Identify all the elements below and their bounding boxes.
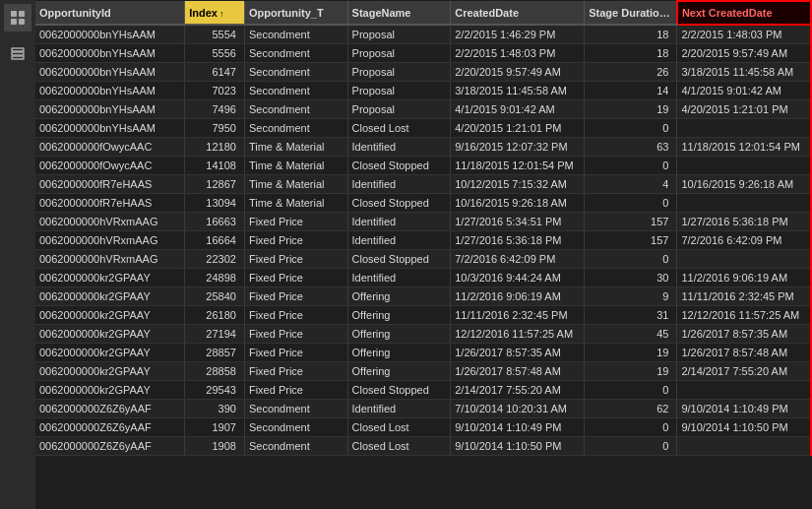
- cell-opp_id: 0062000000bnYHsAAM: [35, 63, 185, 82]
- table-row[interactable]: 0062000000bnYHsAAM7496SecondmentProposal…: [35, 100, 811, 119]
- cell-stage: Offering: [347, 344, 451, 362]
- cell-created: 2/2/2015 1:46:29 PM: [451, 25, 585, 44]
- cell-opp_type: Fixed Price: [244, 381, 347, 400]
- svg-rect-6: [12, 56, 24, 59]
- cell-opp_type: Time & Material: [244, 175, 347, 194]
- table-row[interactable]: 0062000000hVRxmAAG16663Fixed PriceIdenti…: [35, 213, 811, 231]
- table-row[interactable]: 0062000000bnYHsAAM7950SecondmentClosed L…: [35, 119, 811, 138]
- cell-next_created: 9/10/2014 1:10:49 PM: [677, 400, 811, 418]
- cell-stage: Closed Stopped: [347, 157, 451, 175]
- cell-duration: 157: [585, 231, 677, 250]
- cell-created: 3/18/2015 11:45:58 AM: [451, 82, 585, 100]
- cell-duration: 30: [585, 269, 677, 287]
- cell-index: 390: [185, 400, 245, 418]
- cell-next_created: 4/20/2015 1:21:01 PM: [677, 100, 811, 119]
- cell-next_created: 9/10/2014 1:10:50 PM: [677, 418, 811, 437]
- column-header-created[interactable]: CreatedDate: [451, 1, 585, 25]
- cell-index: 26180: [185, 306, 245, 325]
- data-table-wrapper[interactable]: OpportunityIdIndex↑Opportunity_TStageNam…: [35, 0, 812, 509]
- table-row[interactable]: 0062000000hVRxmAAG16664Fixed PriceIdenti…: [35, 231, 811, 250]
- table-row[interactable]: 0062000000kr2GPAAY24898Fixed PriceIdenti…: [35, 269, 811, 287]
- cell-duration: 14: [585, 82, 677, 100]
- cell-opp_id: 0062000000kr2GPAAY: [35, 269, 185, 287]
- cell-created: 11/11/2016 2:32:45 PM: [451, 306, 585, 325]
- table-row[interactable]: 0062000000fOwycAAC12180Time & MaterialId…: [35, 138, 811, 157]
- table-row[interactable]: 0062000000bnYHsAAM5554SecondmentProposal…: [35, 25, 811, 44]
- table-row[interactable]: 0062000000kr2GPAAY28857Fixed PriceOfferi…: [35, 344, 811, 362]
- svg-rect-2: [11, 19, 17, 25]
- cell-opp_id: 0062000000fOwycAAC: [35, 157, 185, 175]
- table-row[interactable]: 0062000000kr2GPAAY25840Fixed PriceOfferi…: [35, 287, 811, 306]
- table-row[interactable]: 0062000000bnYHsAAM5556SecondmentProposal…: [35, 44, 811, 63]
- cell-duration: 63: [585, 138, 677, 157]
- cell-opp_type: Secondment: [244, 418, 347, 437]
- cell-next_created: 2/2/2015 1:48:03 PM: [677, 25, 811, 44]
- table-row[interactable]: 0062000000hVRxmAAG22302Fixed PriceClosed…: [35, 250, 811, 269]
- cell-index: 28857: [185, 344, 245, 362]
- cell-opp_type: Secondment: [244, 25, 347, 44]
- cell-stage: Identified: [347, 400, 451, 418]
- table-row[interactable]: 0062000000fR7eHAAS12867Time & MaterialId…: [35, 175, 811, 194]
- svg-rect-4: [12, 48, 24, 51]
- cell-next_created: 3/18/2015 11:45:58 AM: [677, 63, 811, 82]
- cell-created: 4/1/2015 9:01:42 AM: [451, 100, 585, 119]
- cell-duration: 19: [585, 100, 677, 119]
- column-header-index[interactable]: Index↑: [185, 1, 245, 25]
- column-header-duration[interactable]: Stage Duration (da: [585, 1, 677, 25]
- cell-stage: Offering: [347, 287, 451, 306]
- cell-opp_type: Secondment: [244, 437, 347, 456]
- table-row[interactable]: 0062000000Z6Z6yAAF1907SecondmentClosed L…: [35, 418, 811, 437]
- layers-icon[interactable]: [4, 39, 31, 67]
- cell-next_created: 7/2/2016 6:42:09 PM: [677, 231, 811, 250]
- column-header-opp_id[interactable]: OpportunityId: [35, 1, 185, 25]
- cell-duration: 0: [585, 381, 677, 400]
- column-header-next_created[interactable]: Next CreatedDate: [677, 1, 811, 25]
- cell-opp_id: 0062000000bnYHsAAM: [35, 44, 185, 63]
- cell-index: 29543: [185, 381, 245, 400]
- grid-icon[interactable]: [4, 4, 31, 32]
- cell-opp_type: Time & Material: [244, 157, 347, 175]
- table-row[interactable]: 0062000000Z6Z6yAAF390SecondmentIdentifie…: [35, 400, 811, 418]
- cell-duration: 0: [585, 250, 677, 269]
- cell-index: 5556: [185, 44, 245, 63]
- cell-stage: Closed Stopped: [347, 381, 451, 400]
- column-header-stage[interactable]: StageName: [347, 1, 451, 25]
- cell-duration: 62: [585, 400, 677, 418]
- cell-opp_type: Secondment: [244, 100, 347, 119]
- table-row[interactable]: 0062000000bnYHsAAM7023SecondmentProposal…: [35, 82, 811, 100]
- cell-next_created: 4/1/2015 9:01:42 AM: [677, 82, 811, 100]
- cell-opp_id: 0062000000bnYHsAAM: [35, 82, 185, 100]
- cell-index: 22302: [185, 250, 245, 269]
- table-row[interactable]: 0062000000bnYHsAAM6147SecondmentProposal…: [35, 63, 811, 82]
- table-row[interactable]: 0062000000Z6Z6yAAF1908SecondmentClosed L…: [35, 437, 811, 456]
- cell-next_created: [677, 157, 811, 175]
- column-header-opp_type[interactable]: Opportunity_T: [244, 1, 347, 25]
- cell-created: 9/10/2014 1:10:50 PM: [451, 437, 585, 456]
- cell-created: 7/2/2016 6:42:09 PM: [451, 250, 585, 269]
- cell-created: 1/26/2017 8:57:35 AM: [451, 344, 585, 362]
- svg-rect-1: [19, 11, 25, 17]
- cell-next_created: [677, 381, 811, 400]
- table-row[interactable]: 0062000000fOwycAAC14108Time & MaterialCl…: [35, 157, 811, 175]
- sort-arrow-icon: ↑: [219, 9, 224, 19]
- cell-stage: Proposal: [347, 63, 451, 82]
- cell-stage: Identified: [347, 138, 451, 157]
- cell-duration: 0: [585, 437, 677, 456]
- cell-duration: 0: [585, 119, 677, 138]
- cell-stage: Offering: [347, 306, 451, 325]
- data-table: OpportunityIdIndex↑Opportunity_TStageNam…: [35, 0, 812, 456]
- cell-opp_type: Secondment: [244, 63, 347, 82]
- cell-index: 24898: [185, 269, 245, 287]
- left-panel: [0, 0, 35, 509]
- cell-opp_id: 0062000000bnYHsAAM: [35, 119, 185, 138]
- cell-index: 1908: [185, 437, 245, 456]
- cell-next_created: 1/26/2017 8:57:35 AM: [677, 325, 811, 344]
- table-row[interactable]: 0062000000kr2GPAAY27194Fixed PriceOfferi…: [35, 325, 811, 344]
- table-row[interactable]: 0062000000kr2GPAAY29543Fixed PriceClosed…: [35, 381, 811, 400]
- cell-opp_id: 0062000000kr2GPAAY: [35, 287, 185, 306]
- cell-duration: 0: [585, 157, 677, 175]
- table-row[interactable]: 0062000000kr2GPAAY26180Fixed PriceOfferi…: [35, 306, 811, 325]
- cell-stage: Proposal: [347, 25, 451, 44]
- table-row[interactable]: 0062000000fR7eHAAS13094Time & MaterialCl…: [35, 194, 811, 213]
- table-row[interactable]: 0062000000kr2GPAAY28858Fixed PriceOfferi…: [35, 362, 811, 381]
